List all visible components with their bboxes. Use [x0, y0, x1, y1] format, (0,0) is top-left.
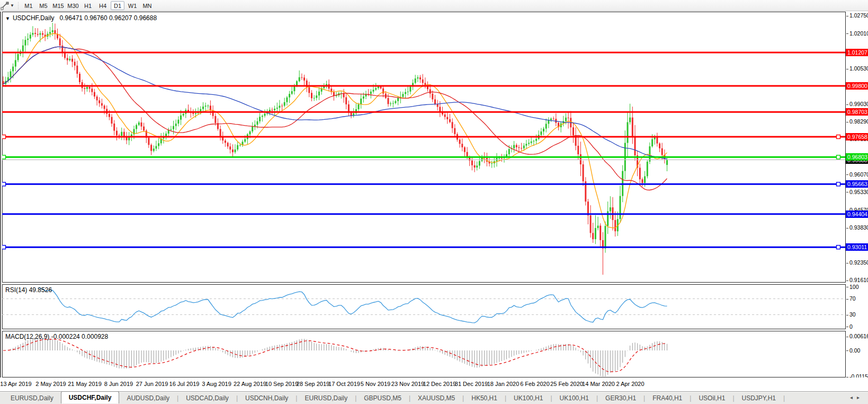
macd-label: MACD(12,26,9) [5, 333, 49, 340]
rsi-axis-tick: 100 [846, 284, 859, 291]
price-axis-tick: 1.00530 [846, 65, 868, 72]
hline-price-tag: 0.96803 [846, 153, 868, 161]
date-axis-label: 21 May 2019 [68, 381, 102, 387]
symbol-tab-eurusd-daily[interactable]: EURUSD,Daily [297, 392, 355, 404]
date-axis-label: 10 Sep 2019 [265, 381, 298, 387]
hline-handle[interactable] [837, 155, 840, 159]
macd-signal-line [3, 339, 667, 372]
chart-title: ▼USDCHF,Daily0.96471 0.96760 0.96207 0.9… [5, 14, 157, 22]
symbol-tab-audusd-daily[interactable]: AUDUSD,Daily [119, 392, 177, 404]
date-axis-label: 2 Apr 2020 [616, 381, 644, 387]
hline-price-tag: 1.01207 [846, 49, 868, 56]
date-axis-label: 14 Mar 2020 [582, 381, 615, 387]
symbol-tab-hk50-h1[interactable]: HK50,H1 [464, 392, 505, 404]
rsi-line [38, 288, 667, 323]
macd-values: -0.000224 0.000928 [51, 333, 108, 340]
rsi-value: 49.8526 [29, 286, 52, 294]
hline-handle[interactable] [2, 155, 6, 159]
hline-price-tag: 0.95663 [846, 180, 868, 188]
date-axis-label: 31 Dec 2019 [455, 381, 488, 387]
date-axis-label: 28 Sep 2019 [297, 381, 329, 387]
date-axis-label: 23 Nov 2019 [391, 381, 424, 387]
tab-scroll-right-icon[interactable]: ▸ [857, 394, 864, 400]
tab-separator: | [783, 394, 785, 402]
hline-handle[interactable] [837, 182, 840, 186]
price-axis-tick: 0.98290 [846, 118, 868, 125]
rsi-axis-tick: 30 [846, 311, 856, 318]
tab-scroll-left-icon[interactable]: ◂ [850, 394, 857, 400]
symbol-tab-usdcad-daily[interactable]: USDCAD,Daily [178, 392, 236, 404]
symbol-tab-usoil-h1[interactable]: USOil,H1 [691, 392, 732, 404]
price-axis-tick: 0.95330 [846, 189, 868, 196]
date-axis-label: 12 Dec 2019 [423, 381, 456, 387]
hline-price-tag: 0.99800 [846, 82, 868, 90]
chart-ohlc-values: 0.96471 0.96760 0.96207 0.96688 [60, 14, 157, 22]
hline-price-tag: 0.94404 [846, 210, 868, 218]
symbol-tab-fra40-h1[interactable]: FRA40,H1 [645, 392, 690, 404]
price-axis-tick: 0.96070 [846, 171, 868, 178]
rsi-axis-tick: 0 [846, 323, 853, 330]
date-axis-label: 18 Jan 2020 [487, 381, 520, 387]
hline-handle[interactable] [2, 182, 6, 186]
date-axis-label: 2 May 2019 [35, 381, 66, 387]
price-axis[interactable]: 1.027501.020101.005300.990300.982900.975… [846, 12, 868, 377]
chart-canvas[interactable] [0, 0, 868, 404]
date-axis-label: 6 Feb 2020 [520, 381, 550, 387]
hline-handle[interactable] [2, 135, 6, 139]
symbol-tab-eurusd-daily[interactable]: EURUSD,Daily [3, 392, 61, 404]
price-axis-tick: 0.92350 [846, 259, 868, 266]
date-axis-label: 22 Aug 2019 [234, 381, 266, 387]
price-axis-tick: 0.91610 [846, 277, 868, 284]
macd-axis-tick: 0.00 [846, 347, 860, 354]
date-axis-label: 16 Jul 2019 [169, 381, 200, 387]
macd-title: MACD(12,26,9) -0.000224 0.000928 [5, 333, 108, 340]
price-axis-tick: 0.99030 [846, 101, 868, 108]
symbol-tabbar: EURUSD,DailyUSDCHF,DailyAUDUSD,Daily|USD… [0, 391, 868, 404]
symbol-tab-ger30-h1[interactable]: GER30,H1 [598, 392, 643, 404]
date-axis-label: 25 Feb 2020 [550, 381, 583, 387]
symbol-tab-usdchf-daily[interactable]: USDCHF,Daily [61, 391, 120, 403]
hline-handle[interactable] [837, 245, 840, 249]
hline-handle[interactable] [837, 135, 840, 139]
hline-price-tag: 0.98703 [846, 108, 868, 116]
rsi-title: RSI(14) 49.8526 [5, 286, 52, 294]
date-axis-label: 5 Nov 2019 [361, 381, 390, 387]
symbol-tab-uk100-h1[interactable]: UK100,H1 [552, 392, 596, 404]
rsi-axis-tick: 70 [846, 295, 856, 302]
hline-price-tag: 0.97658 [846, 133, 868, 140]
symbol-tab-xauusd-m5[interactable]: XAUUSD,M5 [410, 392, 462, 404]
date-axis-label: 27 Jun 2019 [136, 381, 168, 387]
symbol-tab-gbpusd-m5[interactable]: GBPUSD,M5 [356, 392, 409, 404]
hline-handle[interactable] [2, 245, 6, 249]
price-axis-tick: 1.02010 [846, 30, 868, 37]
hline-price-tag: 0.93011 [846, 243, 868, 251]
ma-slow-line [3, 47, 667, 159]
macd-axis-tick: 0.006167 [846, 333, 868, 340]
date-axis[interactable]: 13 Apr 20192 May 201921 May 20198 Jun 20… [0, 377, 868, 391]
symbol-tab-usdjpy-h1[interactable]: USDJPY,H1 [735, 392, 783, 404]
price-axis-tick: 1.02750 [846, 12, 868, 19]
tab-scroll-arrows[interactable]: ◂▸ [850, 394, 864, 400]
symbol-tab-uk100-h1[interactable]: UK100,H1 [506, 392, 550, 404]
mt4-window: ▼ M1M5M15M30H1H4D1W1MN ▼USDCHF,Daily0.96… [0, 0, 868, 404]
date-axis-label: 8 Jun 2019 [104, 381, 133, 387]
chart-symbol-label: USDCHF,Daily [13, 14, 55, 22]
date-axis-label: 17 Oct 2019 [328, 381, 360, 387]
price-axis-tick: 0.93830 [846, 224, 868, 231]
symbol-tab-usdcnh-daily[interactable]: USDCNH,Daily [238, 392, 296, 404]
ma-fast-line [3, 33, 667, 227]
date-axis-label: 13 Apr 2019 [0, 381, 31, 387]
date-axis-label: 3 Aug 2019 [202, 381, 231, 387]
macd-histogram [3, 338, 667, 377]
symbol-dropdown-icon[interactable]: ▼ [5, 16, 10, 21]
rsi-label: RSI(14) [5, 286, 27, 294]
